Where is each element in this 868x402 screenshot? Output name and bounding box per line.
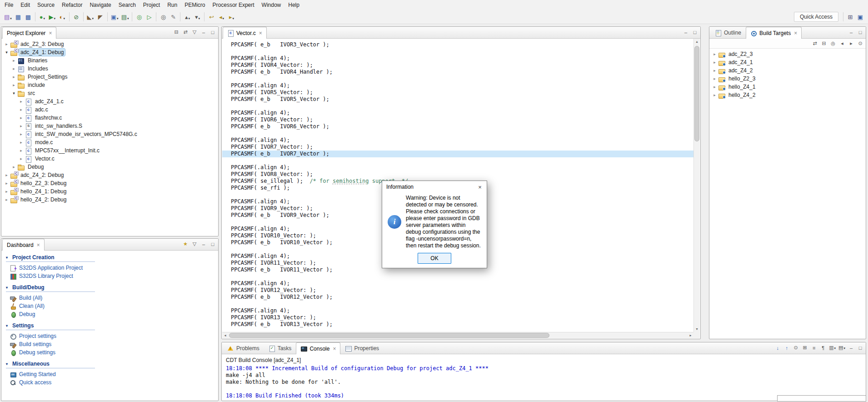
- tree-item-project-settings[interactable]: ▸Project_Settings: [1, 73, 218, 81]
- tab-project-explorer[interactable]: Project Explorer×: [2, 27, 56, 39]
- icon-sort[interactable]: ⇄: [811, 39, 819, 48]
- tree-item-adc-z4-1-debug[interactable]: ▾adc_Z4_1: Debug: [1, 48, 218, 56]
- code-line[interactable]: [222, 130, 693, 137]
- icon-pin[interactable]: ⊙: [856, 39, 864, 48]
- tree-item-intc-sw-handlers-s[interactable]: ▸intc_sw_handlers.S: [1, 122, 218, 130]
- icon-back[interactable]: ◂: [838, 39, 846, 48]
- code-line[interactable]: [222, 75, 693, 82]
- build-target-adc-z4-1[interactable]: ▸adc_Z4_1: [709, 58, 866, 66]
- icon-maximize[interactable]: □: [209, 240, 217, 248]
- icon-forward[interactable]: ▸: [847, 39, 855, 48]
- dashboard-link-clean-all[interactable]: Clean (All): [10, 302, 218, 310]
- code-line[interactable]: PPCASMF( e_b IVOR5_Vector );: [222, 96, 693, 103]
- ok-button[interactable]: OK: [418, 253, 451, 264]
- code-line[interactable]: [222, 103, 693, 110]
- expand-icon[interactable]: ▸: [711, 85, 718, 89]
- code-line[interactable]: PPCASMF(.align 4);: [222, 110, 693, 116]
- code-line[interactable]: PPCASMF( IVOR13_Vector: );: [222, 314, 693, 321]
- icon-minimize[interactable]: –: [847, 343, 855, 352]
- tree-item-hello-z4-2-debug[interactable]: ▸hello_Z4_2: Debug: [1, 196, 218, 204]
- tree-item-include[interactable]: ▸include: [1, 81, 218, 89]
- code-line[interactable]: PPCASMF(.align 4);: [222, 280, 693, 287]
- expand-icon[interactable]: ▸: [711, 60, 718, 65]
- icon-focus[interactable]: ◎: [829, 39, 837, 48]
- icon-view-menu[interactable]: ▽: [190, 240, 199, 248]
- menu-run[interactable]: Run: [164, 0, 181, 10]
- toolbar-button-debug[interactable]: ●▾: [37, 12, 47, 22]
- tree-item-intc-sw-mode-isr-vectors-mpc5748g-c[interactable]: ▸intc_SW_mode_isr_vectors_MPC5748G.c: [1, 130, 218, 138]
- icon-minimize[interactable]: –: [682, 28, 690, 36]
- dashboard-link-build-all[interactable]: Build (All): [10, 294, 218, 302]
- section-header-settings[interactable]: ▾Settings: [6, 322, 95, 330]
- tree-item-flashrchw-c[interactable]: ▸flashrchw.c: [1, 114, 218, 122]
- toolbar-button-toggle-mark-occurrences[interactable]: ✎: [168, 12, 178, 22]
- toolbar-button-forward[interactable]: ▸▾: [226, 12, 236, 22]
- code-line[interactable]: PPCASMF( IVOR8_Vector: );: [222, 171, 693, 178]
- code-line[interactable]: PPCASMF( e_b IVOR3_Vector );: [222, 41, 693, 48]
- tab-outline[interactable]: Outline: [710, 27, 746, 38]
- build-target-adc-z2-3[interactable]: ▸adc_Z2_3: [709, 50, 866, 58]
- menu-file[interactable]: File: [1, 0, 17, 10]
- toolbar-button-run-configurations[interactable]: ▷: [144, 12, 154, 22]
- toolbar-button-back[interactable]: ◂▾: [216, 12, 226, 22]
- expand-icon[interactable]: ▸: [10, 58, 17, 63]
- expand-icon[interactable]: ▸: [18, 116, 25, 120]
- menu-refactor[interactable]: Refactor: [58, 0, 86, 10]
- code-line[interactable]: [222, 157, 693, 164]
- tree-item-binaries[interactable]: ▸Binaries: [1, 56, 218, 65]
- dashboard-link-debug-settings[interactable]: Debug settings: [10, 348, 218, 357]
- toolbar-button-open-perspective[interactable]: ⊞: [845, 12, 855, 22]
- menu-help[interactable]: Help: [284, 0, 303, 10]
- toolbar-button-previous-annotation[interactable]: ▴▾: [182, 12, 192, 22]
- code-line[interactable]: [222, 273, 693, 280]
- expand-icon[interactable]: ▸: [18, 140, 25, 145]
- menu-edit[interactable]: Edit: [17, 0, 34, 10]
- dashboard-link-project-settings[interactable]: Project settings: [10, 332, 218, 340]
- tree-item-adc-z4-2-debug[interactable]: ▸adc_Z4_2: Debug: [1, 171, 218, 179]
- build-target-hello-z4-1[interactable]: ▸hello_Z4_1: [709, 83, 866, 91]
- code-line[interactable]: PPCASMF( IVOR7_Vector: );: [222, 144, 693, 151]
- dashboard-link-build-settings[interactable]: Build settings: [10, 340, 218, 348]
- quick-access-button[interactable]: Quick Access: [794, 12, 838, 22]
- code-line[interactable]: PPCASMF( e_b IVOR13_Vector );: [222, 321, 693, 328]
- scroll-up-icon[interactable]: ▴: [694, 39, 700, 45]
- tab-problems[interactable]: Problems: [223, 342, 264, 354]
- menu-processor-expert[interactable]: Processor Expert: [209, 0, 258, 10]
- icon-collapse-all[interactable]: ⊟: [172, 28, 180, 36]
- icon-show-console-on-error[interactable]: ↑: [783, 343, 791, 352]
- dashboard-link-s32ds-application-project[interactable]: S32DS Application Project: [10, 264, 218, 272]
- expand-icon[interactable]: ▸: [3, 173, 10, 177]
- code-line[interactable]: PPCASMF(.align 4);: [222, 55, 693, 62]
- tab-dashboard[interactable]: Dashboard×: [2, 239, 45, 251]
- tree-item-adc-c[interactable]: ▸adc.c: [1, 106, 218, 114]
- expand-icon[interactable]: ▸: [18, 156, 25, 161]
- dashboard-link-getting-started[interactable]: Getting Started: [10, 370, 218, 378]
- code-line[interactable]: PPCASMF( IVOR12_Vector: );: [222, 287, 693, 294]
- code-line[interactable]: PPCASMF(.align 4);: [222, 164, 693, 171]
- toolbar-button-build[interactable]: ◣▾: [85, 12, 95, 22]
- dialog-close-icon[interactable]: ×: [473, 181, 487, 193]
- editor-horizontal-scrollbar[interactable]: ◂ ▸: [222, 332, 693, 338]
- icon-word-wrap[interactable]: ¶: [819, 343, 827, 352]
- dashboard-link-quick-access[interactable]: Quick access: [10, 378, 218, 387]
- expand-icon[interactable]: ▸: [711, 76, 718, 81]
- expand-icon[interactable]: ▸: [711, 93, 718, 97]
- close-icon[interactable]: ×: [259, 30, 262, 36]
- toolbar-button-new-source-file[interactable]: ▤▾: [120, 12, 130, 22]
- expand-icon[interactable]: ▸: [3, 189, 10, 194]
- tree-item-hello-z2-3-debug[interactable]: ▸hello_Z2_3: Debug: [1, 179, 218, 187]
- tree-item-debug[interactable]: ▸Debug: [1, 163, 218, 171]
- vertical-scrollbar-thumb[interactable]: [694, 46, 699, 141]
- toolbar-button-save-all[interactable]: ▩: [23, 12, 33, 22]
- expand-icon[interactable]: ▸: [711, 68, 718, 73]
- close-icon[interactable]: ×: [333, 346, 336, 352]
- icon-view-menu[interactable]: ▽: [190, 28, 199, 36]
- menu-search[interactable]: Search: [115, 0, 140, 10]
- icon-link-with-editor[interactable]: ⇄: [181, 28, 190, 36]
- toolbar-button-profile[interactable]: ◐▾: [57, 12, 67, 22]
- expand-icon[interactable]: ▸: [18, 132, 25, 136]
- toolbar-button-search[interactable]: ◎: [158, 12, 168, 22]
- build-target-hello-z2-3[interactable]: ▸hello_Z2_3: [709, 75, 866, 83]
- icon-maximize[interactable]: □: [856, 28, 864, 36]
- section-header-miscellaneous[interactable]: ▾Miscellaneous: [6, 361, 95, 368]
